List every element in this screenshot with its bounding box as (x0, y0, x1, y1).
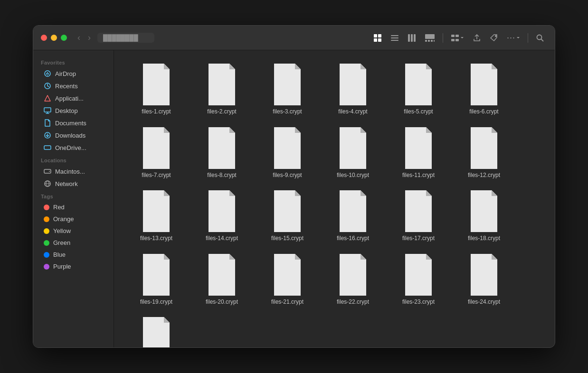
sidebar-item-tag-green[interactable]: Green (36, 237, 111, 249)
file-item[interactable]: files-14.crypt (191, 186, 253, 246)
minimize-button[interactable] (51, 35, 57, 41)
titlebar: ‹ › ████████ (33, 26, 555, 50)
tag-dot-green (44, 240, 49, 246)
sidebar-item-tag-red[interactable]: Red (36, 201, 111, 213)
sidebar-item-airdrop[interactable]: AirDrop (36, 67, 111, 80)
file-icon (336, 64, 370, 105)
file-item[interactable]: files-2.crypt (191, 60, 253, 120)
sidebar: Favorites AirDrop Recents Applic (33, 50, 114, 347)
file-item[interactable]: files-22.crypt (322, 250, 384, 310)
file-name: files-15.crypt (271, 235, 303, 242)
sidebar-item-label: Applicati... (55, 95, 84, 102)
svg-line-21 (541, 39, 544, 41)
share-button[interactable] (470, 32, 484, 44)
svg-point-22 (45, 71, 50, 76)
sidebar-item-label: Red (53, 204, 65, 211)
sidebar-item-macintosh[interactable]: Macintos... (36, 165, 111, 177)
sidebar-item-applications[interactable]: Applicati... (36, 92, 111, 104)
svg-rect-4 (391, 35, 398, 36)
sidebar-item-recents[interactable]: Recents (36, 80, 111, 92)
airdrop-icon (44, 70, 51, 77)
svg-rect-13 (431, 40, 433, 42)
file-item[interactable]: files-6.crypt (453, 60, 515, 120)
file-grid: files-1.crypt files-2.crypt files-3.cryp… (114, 50, 555, 347)
file-name: files-16.crypt (337, 235, 369, 242)
file-icon (139, 190, 173, 232)
file-item[interactable]: files-1.crypt (125, 60, 187, 120)
file-item[interactable]: files-17.crypt (388, 186, 449, 246)
file-icon (336, 254, 370, 296)
file-item[interactable]: files-13.crypt (125, 186, 187, 246)
view-columns-button[interactable] (405, 32, 419, 44)
file-item[interactable]: files-15.crypt (256, 186, 318, 246)
file-name: files-23.crypt (402, 298, 435, 306)
file-icon (205, 254, 239, 296)
close-button[interactable] (41, 35, 47, 41)
file-item[interactable]: files-25.crypt (125, 313, 187, 347)
file-item[interactable]: files-3.crypt (256, 60, 318, 120)
forward-button[interactable]: › (85, 32, 94, 44)
file-icon (401, 254, 436, 296)
file-name: files-8.crypt (207, 172, 236, 179)
view-gallery-button[interactable] (422, 32, 438, 44)
file-item[interactable]: files-5.crypt (388, 60, 449, 120)
file-icon (205, 64, 239, 105)
file-item[interactable]: files-23.crypt (388, 250, 449, 310)
file-item[interactable]: files-7.crypt (125, 123, 187, 183)
file-name: files-13.crypt (140, 235, 172, 242)
file-item[interactable]: files-20.crypt (191, 250, 253, 310)
file-item[interactable]: files-10.crypt (322, 123, 384, 183)
file-item[interactable]: files-9.crypt (256, 123, 318, 183)
sidebar-item-tag-orange[interactable]: Orange (36, 213, 111, 225)
file-item[interactable]: files-24.crypt (453, 250, 515, 310)
file-item[interactable]: files-21.crypt (256, 250, 318, 310)
sidebar-item-documents[interactable]: Documents (36, 117, 111, 129)
sidebar-item-downloads[interactable]: Downloads (36, 129, 111, 141)
tag-dot-blue (44, 252, 49, 258)
file-icon (205, 190, 239, 232)
file-item[interactable]: files-16.crypt (322, 186, 384, 246)
file-item[interactable]: files-11.crypt (388, 123, 449, 183)
more-button[interactable]: ··· (504, 31, 523, 45)
file-name: files-1.crypt (142, 108, 171, 116)
maximize-button[interactable] (61, 35, 67, 41)
svg-point-20 (537, 35, 542, 39)
file-icon (139, 64, 173, 105)
desktop-icon (44, 107, 51, 114)
file-item[interactable]: files-19.crypt (125, 250, 187, 310)
svg-rect-3 (378, 38, 381, 42)
sidebar-item-onedrive[interactable]: OneDrive... (36, 141, 111, 154)
downloads-icon (44, 131, 51, 139)
back-button[interactable]: ‹ (75, 32, 83, 44)
sidebar-item-tag-blue[interactable]: Blue (36, 249, 111, 261)
finder-window: ‹ › ████████ (33, 25, 555, 348)
file-item[interactable]: files-8.crypt (191, 123, 253, 183)
svg-rect-11 (425, 40, 427, 42)
group-button[interactable] (448, 32, 467, 44)
svg-rect-9 (414, 34, 416, 42)
tag-dot-red (44, 205, 49, 210)
file-icon (467, 64, 501, 105)
breadcrumb[interactable]: ████████ (97, 33, 154, 43)
view-list-button[interactable] (388, 32, 402, 44)
sidebar-item-desktop[interactable]: Desktop (36, 104, 111, 117)
view-grid-button[interactable] (370, 32, 385, 44)
file-item[interactable]: files-18.crypt (453, 186, 515, 246)
svg-rect-17 (451, 39, 455, 41)
sidebar-item-label: Network (55, 180, 78, 187)
sidebar-item-tag-yellow[interactable]: Yellow (36, 225, 111, 237)
tag-button[interactable] (487, 32, 501, 44)
recents-icon (44, 82, 51, 90)
file-name: files-9.crypt (273, 172, 302, 179)
sidebar-item-network[interactable]: Network (36, 177, 111, 190)
sidebar-item-label: Orange (53, 215, 74, 223)
svg-rect-2 (374, 38, 377, 42)
sidebar-item-tag-purple[interactable]: Purple (36, 261, 111, 272)
file-name: files-21.crypt (271, 298, 303, 306)
file-item[interactable]: files-12.crypt (453, 123, 515, 183)
sidebar-item-label: Purple (53, 263, 71, 270)
svg-rect-1 (378, 34, 381, 37)
search-button[interactable] (533, 32, 547, 44)
svg-rect-25 (44, 108, 51, 112)
file-item[interactable]: files-4.crypt (322, 60, 384, 120)
